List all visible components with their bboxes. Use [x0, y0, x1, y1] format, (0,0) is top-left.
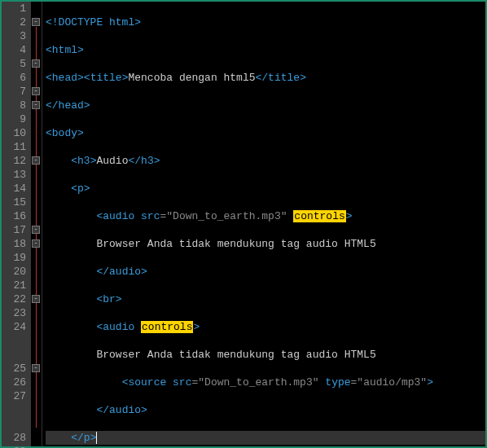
code-line: <source src="Down_to_earth.mp3" type="au…	[46, 376, 485, 389]
code-line: <html>	[46, 43, 485, 57]
code-line: <p>	[46, 182, 485, 195]
line-number: 4	[2, 43, 26, 57]
line-number: 28	[2, 431, 26, 445]
fold-marker-icon[interactable]: -	[32, 295, 40, 303]
line-number: 5	[2, 57, 26, 71]
fold-marker-icon[interactable]: -	[32, 239, 40, 248]
code-line-active: </p>	[46, 431, 485, 445]
line-number: 1	[2, 2, 26, 15]
line-number: 20	[2, 265, 26, 279]
fold-marker-icon[interactable]: -	[32, 156, 40, 165]
highlight: controls	[293, 210, 345, 222]
code-line: Browser Anda tidak mendukung tag audio H…	[46, 348, 485, 362]
fold-marker-icon[interactable]: -	[32, 18, 40, 26]
code-editor: 1 2 3 4 5 6 7 8 9 10 11 12 13 14 15 16 1…	[0, 0, 487, 448]
line-number-gutter: 1 2 3 4 5 6 7 8 9 10 11 12 13 14 15 16 1…	[2, 2, 31, 446]
line-number: 10	[2, 126, 26, 140]
line-number: 17	[2, 223, 26, 237]
line-number: 22	[2, 292, 26, 306]
highlight: controls	[141, 321, 193, 333]
line-number: 15	[2, 195, 26, 209]
fold-marker-icon[interactable]: -	[32, 87, 40, 95]
line-number: 19	[2, 251, 26, 265]
line-number: 21	[2, 279, 26, 292]
line-number: 11	[2, 140, 26, 154]
line-number: 3	[2, 29, 26, 43]
line-number: 16	[2, 209, 26, 223]
line-number: 26	[2, 376, 26, 389]
code-line: <br>	[46, 292, 485, 306]
code-line: <body>	[46, 126, 485, 140]
fold-marker-icon[interactable]: -	[32, 59, 40, 68]
code-line: <audio src="Down_to_earth.mp3" controls>	[46, 209, 485, 223]
line-number: 6	[2, 71, 26, 85]
fold-marker-icon[interactable]: -	[32, 364, 40, 372]
code-line: <audio controls>	[46, 320, 485, 334]
code-line: <!DOCTYPE html>	[46, 15, 485, 29]
code-line: Browser Anda tidak mendukung tag audio H…	[46, 237, 485, 251]
fold-marker-icon[interactable]: -	[32, 226, 40, 234]
code-area[interactable]: <!DOCTYPE html> <html> <head><title>Menc…	[42, 2, 485, 446]
fold-gutter: - - - - - - - - -	[31, 2, 42, 446]
line-number: 14	[2, 182, 26, 195]
fold-marker-icon[interactable]: -	[32, 101, 40, 109]
line-number: 8	[2, 99, 26, 112]
code-line: </audio>	[46, 265, 485, 279]
line-number: 13	[2, 168, 26, 182]
line-number: 23	[2, 306, 26, 320]
code-line: </head>	[46, 99, 485, 112]
code-line: <head><title>Mencoba dengan html5</title…	[46, 71, 485, 85]
line-number: 24	[2, 320, 26, 362]
line-number: 9	[2, 112, 26, 126]
line-number: 25	[2, 362, 26, 376]
code-line: <h3>Audio</h3>	[46, 154, 485, 168]
line-number: 2	[2, 15, 26, 29]
line-number: 12	[2, 154, 26, 168]
line-number: 7	[2, 85, 26, 99]
code-line: </audio>	[46, 403, 485, 417]
line-number: 27	[2, 389, 26, 431]
line-number: 18	[2, 237, 26, 251]
line-number: 29	[2, 445, 26, 448]
